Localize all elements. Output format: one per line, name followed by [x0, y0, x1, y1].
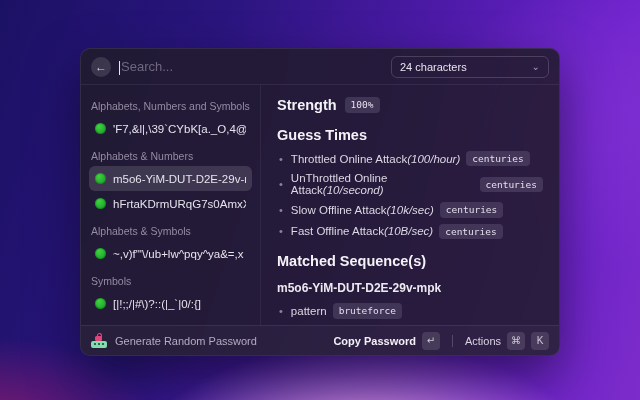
password-list-item[interactable]: hFrtaKDrmURqG7s0AmxXBW24	[89, 191, 252, 216]
matched-sequences-heading: Matched Sequence(s)	[277, 253, 543, 269]
section-header: Symbols	[91, 275, 250, 287]
section-header: Alphabets, Numbers and Symbols	[91, 100, 250, 112]
chevron-down-icon: ⌄	[532, 62, 540, 72]
back-arrow-icon: ←	[95, 60, 107, 74]
password-text: 'F7,&l|,\39`CYbK[a._O,4@	[113, 123, 246, 135]
strength-heading: Strength	[277, 97, 337, 113]
password-text: m5o6-YiM-DUT-D2E-29v-mpk	[113, 173, 246, 185]
password-text: [|!;;/|#\)?::(|_`|0/:{]	[113, 298, 201, 310]
attack-label: Fast Offline Attack	[291, 225, 384, 237]
guess-times-heading: Guess Times	[277, 127, 543, 143]
search-input[interactable]	[119, 59, 383, 74]
character-count-dropdown[interactable]: 24 characters ⌄	[391, 56, 549, 78]
return-key-icon: ↵	[422, 332, 440, 350]
footer-command-title: Generate Random Password	[115, 335, 325, 347]
back-button[interactable]: ←	[91, 57, 111, 77]
password-list: Alphabets, Numbers and Symbols 'F7,&l|,\…	[81, 85, 261, 325]
guess-times-list: Throttled Online Attack(100/hour) centur…	[279, 151, 543, 239]
password-list-item-selected[interactable]: m5o6-YiM-DUT-D2E-29v-mpk	[89, 166, 252, 191]
matched-prop-item: pattern bruteforce	[279, 303, 543, 318]
actions-button[interactable]: Actions ⌘ K	[465, 332, 549, 350]
dropdown-value: 24 characters	[400, 61, 467, 73]
copy-password-label: Copy Password	[333, 335, 416, 347]
attack-rate: (10/second)	[323, 184, 384, 196]
cmd-key-icon: ⌘	[507, 332, 525, 350]
password-extension-icon	[91, 334, 107, 348]
guess-time-badge: centuries	[480, 177, 543, 192]
password-list-item[interactable]: 'F7,&l|,\39`CYbK[a._O,4@	[89, 116, 252, 141]
guess-time-item: Throttled Online Attack(100/hour) centur…	[279, 151, 543, 166]
k-key-icon: K	[531, 332, 549, 350]
command-palette-window: ← 24 characters ⌄ Alphabets, Numbers and…	[80, 48, 560, 356]
header: ← 24 characters ⌄	[81, 49, 559, 85]
prop-label: pattern	[291, 305, 327, 317]
password-list-item[interactable]: [|!;;/|#\)?::(|_`|0/:{]	[89, 291, 252, 316]
attack-label: Throttled Online Attack	[291, 153, 407, 165]
guess-time-item: UnThrottled Online Attack(10/second) cen…	[279, 172, 543, 196]
attack-rate: (10k/sec)	[387, 204, 434, 216]
matched-props-list: pattern bruteforce guesses 1e+24	[279, 303, 543, 325]
attack-rate: (10B/sec)	[384, 225, 433, 237]
prop-value-badge: bruteforce	[333, 303, 402, 318]
password-text: ~,v)f"'\/ub+lw^pqy^ya&=,x	[113, 248, 244, 260]
section-header: Alphabets & Symbols	[91, 225, 250, 237]
section-header: Alphabets & Numbers	[91, 150, 250, 162]
footer-divider	[452, 335, 453, 347]
guess-time-badge: centuries	[439, 224, 502, 239]
strength-dot-icon	[95, 248, 106, 259]
strength-dot-icon	[95, 123, 106, 134]
guess-time-item: Fast Offline Attack(10B/sec) centuries	[279, 224, 543, 239]
matched-password: m5o6-YiM-DUT-D2E-29v-mpk	[277, 281, 543, 295]
guess-time-badge: centuries	[466, 151, 529, 166]
actions-label: Actions	[465, 335, 501, 347]
text-caret	[119, 61, 120, 75]
password-list-item[interactable]: ~,v)f"'\/ub+lw^pqy^ya&=,x	[89, 241, 252, 266]
detail-panel: Strength 100% Guess Times Throttled Onli…	[261, 85, 559, 325]
content: Alphabets, Numbers and Symbols 'F7,&l|,\…	[81, 85, 559, 325]
strength-dot-icon	[95, 298, 106, 309]
password-text: hFrtaKDrmURqG7s0AmxXBW24	[113, 198, 246, 210]
footer: Generate Random Password Copy Password ↵…	[81, 325, 559, 355]
attack-rate: (100/hour)	[407, 153, 460, 165]
strength-dot-icon	[95, 198, 106, 209]
search-wrap	[119, 59, 383, 74]
strength-value-badge: 100%	[345, 97, 380, 112]
attack-label: Slow Offline Attack	[291, 204, 387, 216]
copy-password-button[interactable]: Copy Password ↵	[333, 332, 440, 350]
strength-dot-icon	[95, 173, 106, 184]
guess-time-item: Slow Offline Attack(10k/sec) centuries	[279, 202, 543, 217]
guess-time-badge: centuries	[440, 202, 503, 217]
